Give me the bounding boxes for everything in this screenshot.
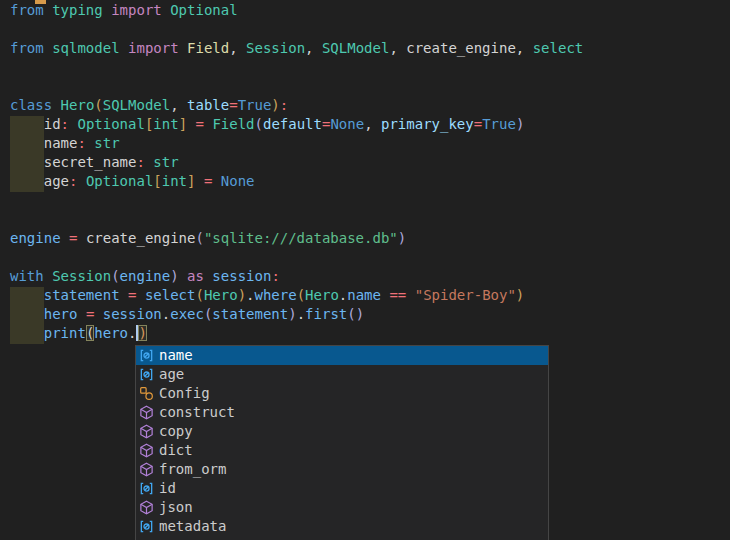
code-token — [77, 306, 85, 322]
code-token — [103, 2, 111, 18]
code-token: where — [255, 287, 297, 303]
code-token — [94, 306, 102, 322]
code-token: ( — [255, 116, 263, 132]
code-token: Hero — [204, 287, 238, 303]
code-token: ) — [516, 116, 524, 132]
code-line — [10, 58, 583, 77]
suggestion-item-copy[interactable]: copy — [136, 422, 548, 441]
suggestion-item-from_orm[interactable]: from_orm — [136, 460, 548, 479]
code-token: Optional — [86, 173, 153, 189]
symbol-method-icon — [139, 462, 154, 477]
suggestion-item-json[interactable]: json — [136, 498, 548, 517]
code-line: statement = select(Hero).where(Hero.name… — [10, 286, 583, 305]
code-token: Optional — [77, 116, 144, 132]
code-token — [212, 173, 220, 189]
suggestion-item-id[interactable]: id — [136, 479, 548, 498]
code-token: : — [271, 268, 279, 284]
code-token: Session — [52, 268, 111, 284]
code-line: from typing import Optional — [10, 1, 583, 20]
symbol-method-icon — [139, 500, 154, 515]
code-token — [196, 173, 204, 189]
code-token: SQLModel — [322, 40, 389, 56]
code-line: age: Optional[int] = None — [10, 172, 583, 191]
suggestion-item-Config[interactable]: Config — [136, 384, 548, 403]
code-token: from — [10, 40, 44, 56]
code-token: sqlmodel — [52, 40, 119, 56]
code-token: session — [212, 268, 271, 284]
code-token: SQLModel — [103, 97, 170, 113]
code-area[interactable]: from typing import Optionalfrom sqlmodel… — [10, 1, 583, 343]
code-token: == — [389, 287, 406, 303]
code-token: ( — [297, 287, 305, 303]
symbol-field-icon — [139, 481, 154, 496]
code-token: . — [297, 306, 305, 322]
code-token: default — [263, 116, 322, 132]
code-token: hero — [94, 325, 128, 341]
suggestion-item-dict[interactable]: dict — [136, 441, 548, 460]
code-line: hero = session.exec(statement).first() — [10, 305, 583, 324]
code-token: : — [136, 154, 144, 170]
code-token — [10, 154, 44, 170]
code-line — [10, 20, 583, 39]
code-token: str — [94, 135, 119, 151]
code-token — [44, 40, 52, 56]
code-token: "Spider-Boy" — [415, 287, 516, 303]
symbol-field-icon — [139, 519, 154, 534]
code-token: None — [330, 116, 364, 132]
code-token: ( — [111, 268, 119, 284]
suggestion-item-construct[interactable]: construct — [136, 403, 548, 422]
code-token — [179, 40, 187, 56]
code-editor[interactable]: from typing import Optionalfrom sqlmodel… — [0, 0, 730, 540]
code-token: Hero — [305, 287, 339, 303]
code-token: = — [474, 116, 482, 132]
code-token: select — [533, 40, 584, 56]
code-token: first — [305, 306, 347, 322]
code-token: ] — [187, 173, 195, 189]
suggestion-item-name[interactable]: name — [136, 346, 548, 365]
code-token — [187, 116, 195, 132]
code-line: name: str — [10, 134, 583, 153]
code-token: . — [128, 325, 136, 341]
code-token — [120, 40, 128, 56]
symbol-field-icon — [139, 367, 154, 382]
autocomplete-dropdown: nameageConfigconstructcopydictfrom_ormid… — [135, 345, 549, 540]
suggestion-label: id — [159, 479, 176, 498]
suggestion-label: Config — [159, 384, 210, 403]
code-token: with — [10, 268, 44, 284]
code-token — [44, 2, 52, 18]
code-token: primary_key — [381, 116, 474, 132]
symbol-field-icon — [139, 348, 154, 363]
code-token: , — [389, 40, 406, 56]
code-token: id — [44, 116, 61, 132]
code-line — [10, 210, 583, 229]
code-token: , — [305, 40, 322, 56]
code-token: engine — [120, 268, 171, 284]
code-token — [77, 173, 85, 189]
code-token: Session — [246, 40, 305, 56]
code-token — [406, 287, 414, 303]
code-token: ( — [347, 306, 355, 322]
code-token: table — [187, 97, 229, 113]
suggestion-item-age[interactable]: age — [136, 365, 548, 384]
code-token: statement — [212, 306, 288, 322]
code-token: str — [153, 154, 178, 170]
code-token — [120, 287, 128, 303]
code-token: ( — [195, 230, 203, 246]
code-token: ( — [195, 287, 203, 303]
suggestion-label: dict — [159, 441, 193, 460]
symbol-method-icon — [139, 405, 154, 420]
code-token: , — [516, 40, 533, 56]
suggestion-item-metadata[interactable]: metadata — [136, 517, 548, 536]
code-token: secret_name — [44, 154, 137, 170]
code-token — [77, 230, 85, 246]
code-token — [136, 287, 144, 303]
code-token: name — [347, 287, 381, 303]
code-line — [10, 77, 583, 96]
code-token: Hero — [61, 97, 95, 113]
code-line: id: Optional[int] = Field(default=None, … — [10, 115, 583, 134]
suggestion-label: construct — [159, 403, 235, 422]
code-token: import — [128, 40, 179, 56]
code-token: = — [196, 116, 204, 132]
code-token — [179, 268, 187, 284]
code-token: . — [162, 306, 170, 322]
